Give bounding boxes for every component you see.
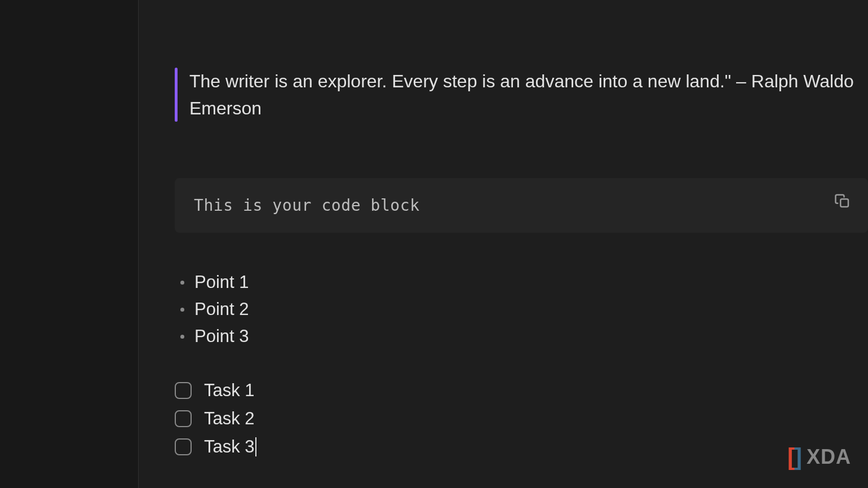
task-item[interactable]: Task 3: [175, 437, 868, 457]
task-text: Task 3: [204, 437, 255, 457]
blockquote[interactable]: The writer is an explorer. Every step is…: [175, 68, 868, 122]
bullet-icon: [180, 308, 184, 312]
bullet-text: Point 2: [194, 299, 249, 320]
task-checkbox[interactable]: [175, 410, 192, 427]
task-list[interactable]: Task 1 Task 2 Task 3: [175, 380, 868, 457]
task-checkbox[interactable]: [175, 382, 192, 399]
code-block-text: This is your code block: [194, 196, 849, 215]
bullet-icon: [180, 335, 184, 339]
svg-rect-0: [840, 199, 848, 207]
watermark-text: XDA: [807, 445, 851, 469]
copy-button[interactable]: [833, 192, 852, 211]
bracket-right-icon: ]: [794, 445, 802, 469]
bullet-icon: [180, 281, 184, 285]
code-block[interactable]: This is your code block: [175, 178, 868, 233]
blockquote-text: The writer is an explorer. Every step is…: [189, 68, 857, 122]
text-cursor: [255, 437, 256, 456]
task-checkbox[interactable]: [175, 438, 192, 455]
sidebar: [0, 0, 139, 488]
task-item[interactable]: Task 1: [175, 380, 868, 401]
watermark: [] XDA: [787, 445, 851, 469]
bullet-text: Point 3: [194, 326, 249, 347]
list-item[interactable]: Point 2: [180, 299, 868, 320]
bullet-text: Point 1: [194, 272, 249, 292]
task-text: Task 1: [204, 380, 255, 401]
list-item[interactable]: Point 3: [180, 326, 868, 347]
copy-icon: [834, 193, 851, 210]
list-item[interactable]: Point 1: [180, 272, 868, 292]
editor-content[interactable]: The writer is an explorer. Every step is…: [139, 0, 868, 488]
task-item[interactable]: Task 2: [175, 409, 868, 429]
bullet-list[interactable]: Point 1 Point 2 Point 3: [175, 272, 868, 347]
task-text: Task 2: [204, 409, 255, 429]
